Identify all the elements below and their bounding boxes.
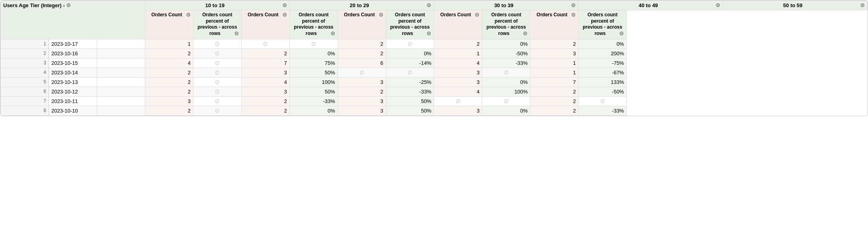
g3-pct: -33% <box>386 87 434 96</box>
row-number: 5 <box>1 77 49 87</box>
g4-pct: ∅ <box>482 68 530 77</box>
g2-pct: 50% <box>289 87 338 96</box>
g1-count: 4 <box>145 58 193 68</box>
age-group-3039: 30 to 39 ⚙ <box>434 1 579 10</box>
col-g2-orders-count: Orders Count ⚙ <box>241 10 289 39</box>
col-g2-pct-gear[interactable]: ⚙ <box>330 31 335 37</box>
g1-pct: ∅ <box>193 39 241 49</box>
g4-count: 3 <box>434 106 482 115</box>
g5-count: 2 <box>530 106 579 115</box>
date-gear <box>97 77 145 87</box>
g5-pct: -67% <box>579 68 627 77</box>
g2-pct: -33% <box>289 96 338 106</box>
g1-count: 2 <box>145 87 193 96</box>
g3-count: 2 <box>338 49 386 58</box>
row-date: 2023-10-15 <box>49 58 97 68</box>
table-row: 22023-10-162∅20%20%1-50%3200% <box>1 49 868 58</box>
age-group-2029-gear[interactable]: ⚙ <box>426 2 431 8</box>
g2-count: 4 <box>241 77 289 87</box>
row-date: 2023-10-10 <box>49 106 97 115</box>
col-g4-pct: Orders count percent of previous - acros… <box>482 10 530 39</box>
g2-count: 3 <box>241 68 289 77</box>
header-row-age-groups: Users Age Tier (Integer) › ⚙ 10 to 19 ⚙ … <box>1 1 868 10</box>
age-group-3039-gear[interactable]: ⚙ <box>571 2 576 8</box>
g5-pct: 0% <box>579 39 627 49</box>
col-g4-orders-count: Orders Count ⚙ <box>434 10 482 39</box>
row-date: 2023-10-13 <box>49 77 97 87</box>
g1-count: 2 <box>145 49 193 58</box>
col-g5-orders-count: Orders Count ⚙ <box>530 10 579 39</box>
col-g1-pct-gear[interactable]: ⚙ <box>234 31 239 37</box>
col-g1-count-gear[interactable]: ⚙ <box>186 12 191 19</box>
g5-pct: -75% <box>579 58 627 68</box>
g2-pct: 50% <box>289 68 338 77</box>
date-gear <box>97 68 145 77</box>
table-row: 72023-10-113∅2-33%350%∅∅2∅ <box>1 96 868 106</box>
col-g1-orders-count: Orders Count ⚙ <box>145 10 193 39</box>
g1-pct: ∅ <box>193 77 241 87</box>
g4-pct: -33% <box>482 58 530 68</box>
col-g3-pct-gear[interactable]: ⚙ <box>426 31 431 37</box>
g1-pct: ∅ <box>193 106 241 115</box>
corner-gear-icon[interactable]: ⚙ <box>66 2 71 8</box>
row-date: 2023-10-16 <box>49 49 97 58</box>
row-date: 2023-10-14 <box>49 68 97 77</box>
main-table-wrapper: Users Age Tier (Integer) › ⚙ 10 to 19 ⚙ … <box>0 0 868 116</box>
col-g1-pct: Orders count percent of previous - acros… <box>193 10 241 39</box>
g2-count: 3 <box>241 87 289 96</box>
age-group-4049-gear[interactable]: ⚙ <box>716 2 720 8</box>
col-g4-count-gear[interactable]: ⚙ <box>475 12 479 19</box>
col-g4-pct-gear[interactable]: ⚙ <box>523 31 528 37</box>
g3-count: 3 <box>338 106 386 115</box>
row-number: 7 <box>1 96 49 106</box>
g4-count: 3 <box>434 68 482 77</box>
g2-pct: 0% <box>289 49 338 58</box>
g4-count: 3 <box>434 77 482 87</box>
corner-chevron[interactable]: › <box>63 3 65 8</box>
g3-pct: -25% <box>386 77 434 87</box>
g1-count: 2 <box>145 106 193 115</box>
g1-pct: ∅ <box>193 49 241 58</box>
col-g2-count-gear[interactable]: ⚙ <box>282 12 287 19</box>
date-gear <box>97 58 145 68</box>
col-g3-pct: Orders count percent of previous - acros… <box>386 10 434 39</box>
g4-count: 1 <box>434 49 482 58</box>
g5-count: 7 <box>530 77 579 87</box>
col-g5-pct-gear[interactable]: ⚙ <box>619 31 624 37</box>
col-g2-pct: Orders count percent of previous - acros… <box>289 10 338 39</box>
g1-count: 2 <box>145 68 193 77</box>
age-group-5059-label: 50 to 59 <box>783 2 802 8</box>
age-group-2029: 20 to 29 ⚙ <box>289 1 434 10</box>
g4-count: 4 <box>434 58 482 68</box>
age-group-1019-gear[interactable]: ⚙ <box>282 2 287 8</box>
g3-pct: 50% <box>386 96 434 106</box>
age-group-5059-gear[interactable]: ⚙ <box>860 2 865 8</box>
g5-pct: -50% <box>579 87 627 96</box>
g4-pct: 0% <box>482 106 530 115</box>
table-row: 62023-10-122∅350%2-33%4100%2-50% <box>1 87 868 96</box>
g1-count: 3 <box>145 96 193 106</box>
g4-count: 2 <box>434 39 482 49</box>
col-g3-orders-count: Orders Count ⚙ <box>338 10 386 39</box>
col-g5-count-gear[interactable]: ⚙ <box>571 12 576 19</box>
g3-count: 3 <box>338 77 386 87</box>
table-row: 52023-10-132∅4100%3-25%30%7133% <box>1 77 868 87</box>
row-date: 2023-10-17 <box>49 39 97 49</box>
g5-pct: -33% <box>579 106 627 115</box>
g2-count: 2 <box>241 49 289 58</box>
table-row: 82023-10-102∅20%350%30%2-33% <box>1 106 868 115</box>
age-group-5059: 50 to 59 ⚙ <box>723 1 868 10</box>
g2-count: 2 <box>241 106 289 115</box>
g5-pct: 200% <box>579 49 627 58</box>
g3-count: 2 <box>338 87 386 96</box>
col-g3-count-gear[interactable]: ⚙ <box>379 12 383 19</box>
g2-count: ∅ <box>241 39 289 49</box>
row-number: 6 <box>1 87 49 96</box>
g1-pct: ∅ <box>193 58 241 68</box>
row-number: 2 <box>1 49 49 58</box>
date-gear <box>97 106 145 115</box>
age-group-1019: 10 to 19 ⚙ <box>145 1 289 10</box>
g4-pct: 0% <box>482 77 530 87</box>
g5-count: 1 <box>530 58 579 68</box>
row-number: 3 <box>1 58 49 68</box>
